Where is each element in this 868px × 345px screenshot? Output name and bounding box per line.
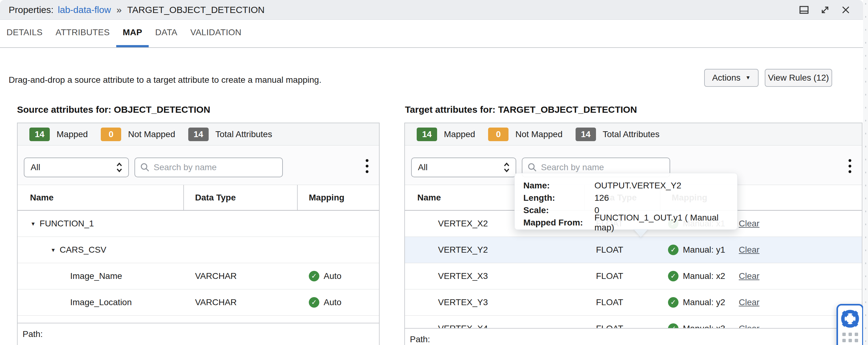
mapping-type: Auto: [323, 298, 342, 307]
select-chevrons-icon: [116, 162, 123, 173]
target-filter-value: All: [418, 163, 428, 172]
total-label: Total Attributes: [215, 129, 272, 139]
source-filter-value: All: [31, 163, 40, 172]
attribute-name: VERTEX_X4: [438, 324, 488, 329]
table-row[interactable]: ▾ FUNCTION_1: [18, 211, 379, 237]
tooltip-mapped-from-value: FUNCTION_1_OUT.y1 ( Manual map): [594, 216, 737, 229]
table-row[interactable]: VERTEX_Y3 FLOAT ✓ Manual: y2 Clear: [405, 289, 862, 316]
collapse-caret-icon[interactable]: ▾: [52, 246, 55, 253]
view-rules-button[interactable]: View Rules (12): [765, 69, 832, 87]
properties-window-stage: Properties: lab-data-flow » TARGET_OBJEC…: [0, 0, 868, 345]
drag-handle[interactable]: [842, 333, 858, 342]
tab-attributes[interactable]: ATTRIBUTES: [49, 20, 116, 47]
table-row[interactable]: Image_Name VARCHAR ✓ Auto: [18, 263, 379, 289]
actions-button[interactable]: Actions ▼: [704, 69, 758, 87]
table-row[interactable]: VERTEX_X4 FLOAT ✓ Manual: x3 Clear: [405, 316, 862, 329]
table-row: [18, 316, 379, 323]
expand-icon[interactable]: [820, 5, 830, 15]
mapping-type: Manual: x3: [683, 324, 725, 329]
attribute-name: VERTEX_X2: [438, 219, 488, 229]
table-row[interactable]: Image_Location VARCHAR ✓ Auto: [18, 289, 379, 316]
attribute-datatype: FLOAT: [585, 237, 660, 263]
path-label: Path:: [410, 335, 430, 344]
not-mapped-label: Not Mapped: [515, 129, 563, 139]
group-name: FUNCTION_1: [39, 219, 94, 229]
source-filter-select[interactable]: All: [24, 158, 129, 177]
search-icon: [140, 163, 150, 172]
not-mapped-stat: 0 Not Mapped: [101, 128, 175, 141]
mapped-label: Mapped: [444, 129, 475, 139]
source-attributes-panel: 14 Mapped 0 Not Mapped 14 Total Attribut…: [17, 123, 380, 345]
total-stat: 14 Total Attributes: [188, 128, 272, 141]
tooltip-mapped-from-label: Mapped From:: [523, 216, 594, 229]
mapping-type: Manual: x2: [683, 271, 725, 281]
actions-button-label: Actions: [712, 73, 741, 83]
mapped-check-icon: ✓: [309, 297, 319, 308]
target-kebab-menu-icon[interactable]: [848, 159, 851, 173]
breadcrumb-current: TARGET_OBJECT_DETECTION: [127, 5, 265, 15]
tab-bar: DETAILS ATTRIBUTES MAP DATA VALIDATION: [0, 20, 863, 48]
target-path-row: Path:: [405, 329, 862, 345]
not-mapped-count-badge: 0: [488, 128, 508, 141]
mapped-stat: 14 Mapped: [29, 128, 88, 141]
mapping-instruction: Drag-and-drop a source attribute to a ta…: [9, 71, 321, 89]
tab-validation[interactable]: VALIDATION: [184, 20, 248, 47]
dock-window-icon[interactable]: [799, 5, 809, 15]
select-chevrons-icon: [503, 162, 510, 173]
mapped-count-badge: 14: [417, 128, 437, 141]
not-mapped-stat: 0 Not Mapped: [488, 128, 563, 141]
target-panel-heading: Target attributes for: TARGET_OBJECT_DET…: [405, 104, 637, 115]
table-row[interactable]: VERTEX_Y2 FLOAT ✓ Manual: y1 Clear: [405, 237, 862, 263]
source-col-name: Name: [18, 185, 184, 210]
attribute-name: Image_Location: [70, 298, 132, 307]
mapped-check-icon: ✓: [309, 271, 319, 281]
tab-data[interactable]: DATA: [149, 20, 184, 47]
attribute-name: Image_Name: [70, 271, 122, 281]
target-filter-select[interactable]: All: [411, 158, 516, 177]
window-controls: [799, 5, 851, 15]
collapse-caret-icon[interactable]: ▾: [32, 220, 35, 227]
gutter-dots: [865, 3, 866, 343]
attribute-name: VERTEX_Y3: [438, 298, 488, 307]
search-icon: [527, 163, 537, 172]
source-kebab-menu-icon[interactable]: [365, 159, 369, 173]
mapped-check-icon: ✓: [668, 323, 679, 329]
attribute-tooltip: Name: OUTPUT.VERTEX_Y2 Length: 126 Scale…: [515, 173, 738, 230]
close-icon[interactable]: [841, 5, 851, 15]
table-row[interactable]: VERTEX_X3 FLOAT ✓ Manual: x2 Clear: [405, 263, 862, 289]
total-stat: 14 Total Attributes: [576, 128, 660, 141]
tooltip-name-label: Name:: [523, 179, 594, 192]
source-filter-row: All Search by name: [18, 145, 379, 185]
clear-mapping-link[interactable]: Clear: [739, 271, 760, 281]
tab-details[interactable]: DETAILS: [0, 20, 49, 47]
breadcrumb: Properties: lab-data-flow » TARGET_OBJEC…: [9, 5, 265, 15]
attribute-datatype: FLOAT: [585, 316, 660, 329]
breadcrumb-link-lab-data-flow[interactable]: lab-data-flow: [58, 5, 111, 15]
mapped-check-icon: ✓: [668, 245, 679, 255]
clear-mapping-link[interactable]: Clear: [739, 298, 760, 307]
path-label: Path:: [23, 329, 43, 339]
help-widget[interactable]: [836, 304, 863, 345]
tooltip-arrow: [634, 229, 648, 237]
not-mapped-label: Not Mapped: [128, 129, 175, 139]
clear-mapping-link[interactable]: Clear: [739, 324, 760, 329]
properties-label: Properties:: [9, 5, 54, 15]
table-row[interactable]: ▾ CARS_CSV: [18, 237, 379, 263]
source-path-row: Path:: [18, 323, 379, 345]
titlebar: Properties: lab-data-flow » TARGET_OBJEC…: [0, 0, 863, 20]
mapped-check-icon: ✓: [668, 271, 679, 281]
clear-mapping-link[interactable]: Clear: [739, 219, 760, 229]
clear-mapping-link[interactable]: Clear: [739, 245, 760, 255]
source-search-input[interactable]: Search by name: [134, 158, 283, 177]
chevron-down-icon: ▼: [746, 75, 751, 81]
attribute-datatype: VARCHAR: [184, 289, 298, 315]
tab-map[interactable]: MAP: [116, 20, 149, 47]
mapping-type: Manual: y2: [683, 298, 725, 307]
tooltip-scale-label: Scale:: [523, 204, 594, 216]
lifebuoy-icon[interactable]: [840, 309, 860, 328]
breadcrumb-separator: »: [115, 5, 123, 15]
mapped-stat: 14 Mapped: [417, 128, 475, 141]
source-stats-row: 14 Mapped 0 Not Mapped 14 Total Attribut…: [18, 123, 379, 145]
resize-gutter[interactable]: [863, 0, 868, 345]
mapped-count-badge: 14: [29, 128, 50, 141]
